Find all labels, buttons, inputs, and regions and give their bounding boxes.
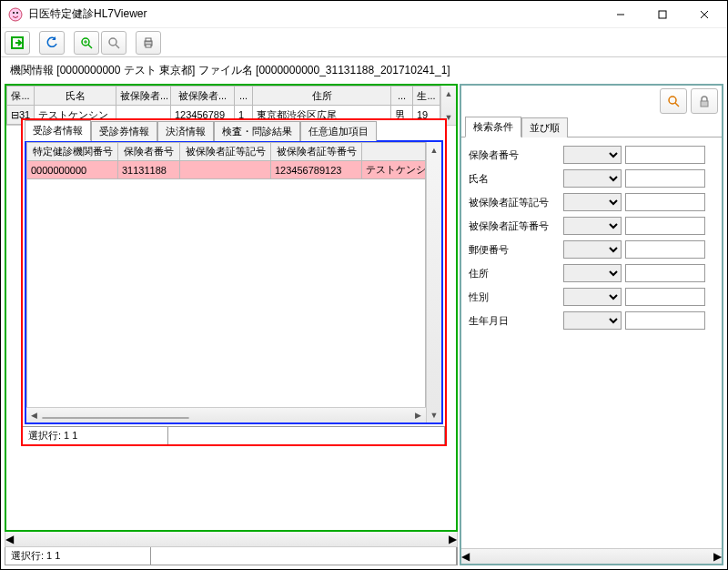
col-header[interactable]: 生... (413, 87, 440, 106)
col-header[interactable]: ... (235, 87, 253, 106)
col-header[interactable]: 被保険者... (116, 87, 171, 106)
refresh-button[interactable] (39, 31, 65, 55)
op-name[interactable] (563, 169, 622, 188)
svg-rect-16 (146, 45, 151, 47)
col-header[interactable]: 保... (7, 87, 35, 106)
inner-status-bar: 選択行: 1 1 (23, 426, 445, 444)
label-cert-symbol: 被保険者証等記号 (469, 196, 560, 209)
svg-line-13 (116, 45, 119, 48)
tab-search-conditions[interactable]: 検索条件 (465, 117, 521, 137)
detail-panel: 受診者情報 受診券情報 決済情報 検査・問診結果 任意追加項目 (21, 118, 447, 446)
detail-tabs: 受診者情報 受診券情報 決済情報 検査・問診結果 任意追加項目 (23, 120, 445, 140)
cell: 123456789123 (271, 161, 362, 179)
col-header[interactable]: 特定健診機関番号 (27, 143, 118, 161)
scroll-down-icon[interactable]: ▼ (427, 407, 441, 422)
cell (180, 161, 271, 179)
table-row[interactable]: 0000000000 31131188 123456789123 テストケンシン (27, 161, 426, 179)
status-blank (151, 547, 457, 565)
scroll-left-icon[interactable]: ◀ (26, 411, 42, 420)
filter-search-button[interactable] (660, 88, 687, 114)
scroll-thumb[interactable] (42, 417, 189, 419)
col-header[interactable] (362, 143, 426, 161)
main-panel: 保... 氏名 被保険者... 被保険者... ... 住所 ... 生... … (5, 84, 458, 532)
right-tabs: 検索条件 並び順 (461, 117, 722, 137)
tab-examinee-info[interactable]: 受診者情報 (25, 120, 91, 141)
label-sex: 性別 (469, 290, 560, 304)
minimize-button[interactable] (600, 2, 642, 27)
lock-button[interactable] (691, 88, 718, 114)
workarea: 保... 氏名 被保険者... 被保険者... ... 住所 ... 生... … (1, 84, 727, 569)
col-header[interactable]: ... (391, 87, 413, 106)
col-header[interactable]: 被保険者証等番号 (271, 143, 362, 161)
info-bar: 機関情報 [0000000000 テスト 東京都] ファイル名 [0000000… (1, 57, 727, 84)
scroll-left-icon[interactable]: ◀ (5, 533, 14, 545)
input-birthdate[interactable] (625, 311, 705, 330)
cell: 31131188 (118, 161, 180, 179)
col-header[interactable]: 保険者番号 (118, 143, 180, 161)
right-column: 検索条件 並び順 保険者番号 氏名 被保険者証等記号 被保険者証等番号 郵便番号… (460, 84, 723, 565)
horizontal-scrollbar[interactable]: ◀ ▶ (461, 548, 722, 564)
input-postal[interactable] (625, 240, 705, 259)
col-header[interactable]: 被保険者... (171, 87, 235, 106)
svg-rect-4 (659, 11, 666, 18)
search-button[interactable] (101, 31, 126, 55)
tab-results[interactable]: 検査・問診結果 (214, 121, 300, 141)
tab-optional[interactable]: 任意追加項目 (300, 121, 377, 141)
op-cert-number[interactable] (563, 217, 622, 235)
svg-point-2 (16, 12, 18, 14)
label-cert-number: 被保険者証等番号 (469, 219, 560, 233)
input-cert-symbol[interactable] (625, 193, 705, 211)
right-toolbar (461, 86, 722, 117)
vertical-scrollbar[interactable]: ▲ ▼ (426, 142, 441, 422)
op-birthdate[interactable] (563, 311, 622, 330)
cell: 0000000000 (27, 161, 118, 179)
maximize-button[interactable] (642, 2, 683, 27)
scroll-left-icon[interactable]: ◀ (461, 550, 470, 563)
scroll-right-icon[interactable]: ▶ (713, 550, 722, 563)
app-icon (8, 7, 23, 22)
scroll-right-icon[interactable]: ▶ (449, 533, 457, 545)
op-cert-symbol[interactable] (563, 193, 622, 211)
col-header[interactable]: 被保険者証等記号 (180, 143, 271, 161)
svg-point-1 (13, 12, 15, 14)
tab-sort-order[interactable]: 並び順 (521, 117, 568, 137)
print-button[interactable] (136, 31, 161, 55)
input-sex[interactable] (625, 288, 705, 306)
svg-line-18 (675, 103, 679, 107)
zoom-in-button[interactable] (74, 31, 99, 55)
col-header[interactable]: 氏名 (35, 87, 116, 106)
svg-point-0 (9, 8, 22, 21)
scroll-up-icon[interactable]: ▲ (427, 142, 441, 158)
exit-button[interactable] (5, 31, 30, 55)
titlebar: 日医特定健診HL7Viewer (1, 1, 727, 28)
label-birthdate: 生年月日 (469, 314, 560, 328)
status-selection: 選択行: 1 1 (23, 427, 168, 444)
input-address[interactable] (625, 264, 705, 282)
op-postal[interactable] (563, 240, 622, 259)
status-blank (168, 427, 445, 444)
svg-point-12 (109, 38, 116, 46)
svg-point-17 (669, 97, 676, 104)
label-postal: 郵便番号 (469, 243, 560, 257)
op-insurer-no[interactable] (563, 146, 622, 164)
input-insurer-no[interactable] (625, 146, 705, 164)
op-sex[interactable] (563, 288, 622, 306)
col-header[interactable]: 住所 (253, 87, 391, 106)
horizontal-scrollbar[interactable]: ◀ ▶ (26, 407, 426, 422)
left-column: 保... 氏名 被保険者... 被保険者... ... 住所 ... 生... … (5, 84, 458, 565)
svg-rect-19 (701, 101, 708, 107)
input-name[interactable] (625, 169, 705, 188)
search-form: 保険者番号 氏名 被保険者証等記号 被保険者証等番号 郵便番号 住所 性別 生年… (461, 137, 722, 548)
tab-settlement[interactable]: 決済情報 (157, 121, 214, 141)
outer-status-bar: 選択行: 1 1 (5, 547, 458, 565)
close-button[interactable] (683, 2, 725, 27)
scroll-right-icon[interactable]: ▶ (410, 411, 426, 420)
tab-ticket-info[interactable]: 受診券情報 (91, 121, 157, 141)
svg-rect-15 (146, 38, 151, 41)
input-cert-number[interactable] (625, 217, 705, 235)
op-address[interactable] (563, 264, 622, 282)
app-window: 日医特定健診HL7Viewer 機関情報 [0000000000 テスト 東京都… (0, 0, 728, 570)
horizontal-scrollbar[interactable]: ◀ ▶ (5, 532, 458, 547)
label-name: 氏名 (469, 172, 560, 186)
scroll-up-icon[interactable]: ▲ (441, 86, 456, 101)
